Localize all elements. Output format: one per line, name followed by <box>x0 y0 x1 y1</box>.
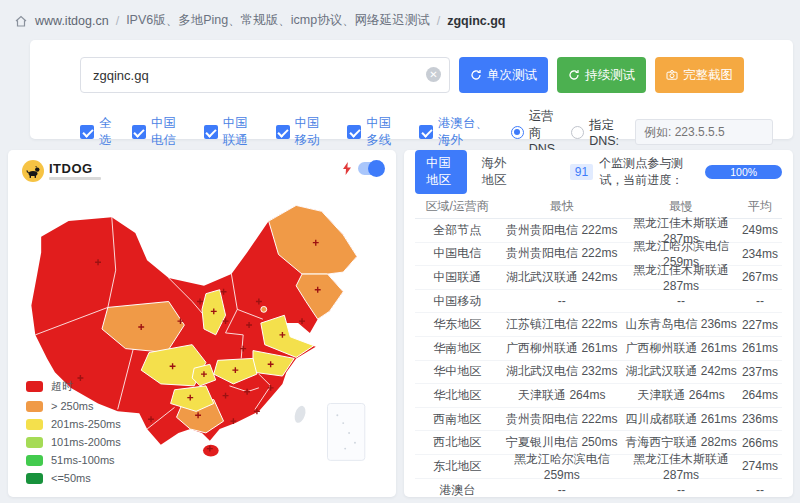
continuous-test-button[interactable]: 持续测试 <box>557 57 646 93</box>
map-style-toggle[interactable] <box>358 162 384 175</box>
search-row: ✕ 单次测试 持续测试 完整截图 <box>80 57 744 93</box>
checkbox-icon <box>132 125 146 139</box>
table-row: 华中地区湖北武汉电信 232ms湖北武汉联通 242ms237ms <box>415 361 782 385</box>
breadcrumb-separator: / <box>437 14 440 28</box>
legend-label: <=50ms <box>51 472 91 484</box>
checkbox-hk-mo-tw-overseas[interactable]: 港澳台、海外 <box>419 115 494 149</box>
checkbox-icon <box>276 125 290 139</box>
results-panel: 中国地区 海外地区 91 个监测点参与测试，当前进度： 100% 区域/运营商 … <box>404 150 793 497</box>
radio-label: 指定DNS: <box>589 117 619 148</box>
full-screenshot-label: 完整截图 <box>683 67 733 84</box>
cell-slowest: -- <box>624 483 738 497</box>
progress-bar: 100% <box>705 165 782 179</box>
radio-carrier-dns[interactable]: 运营商DNS <box>511 108 555 156</box>
tab-overseas-region[interactable]: 海外地区 <box>481 155 511 189</box>
legend-swatch <box>26 455 43 466</box>
legend-swatch <box>26 381 43 392</box>
breadcrumb-links[interactable]: IPV6版、多地Ping、常规版、icmp协议、网络延迟测试 <box>126 12 430 29</box>
cell-fastest: 贵州贵阳电信 222ms <box>499 411 624 428</box>
radio-icon <box>571 126 584 139</box>
checkbox-china-mobile[interactable]: 中国移动 <box>276 115 331 149</box>
cell-average: 234ms <box>738 247 782 261</box>
full-screenshot-button[interactable]: 完整截图 <box>655 57 744 93</box>
cell-average: 237ms <box>738 365 782 379</box>
map-region-tianjin <box>261 306 267 312</box>
checkbox-china-telecom[interactable]: 中国电信 <box>132 115 187 149</box>
cell-region: 华东地区 <box>415 316 499 333</box>
cell-slowest: 青海西宁联通 282ms <box>624 434 738 451</box>
custom-dns-input[interactable] <box>635 119 773 145</box>
cell-fastest: 江苏镇江电信 222ms <box>499 316 624 333</box>
radio-custom-dns[interactable]: 指定DNS: <box>571 117 619 148</box>
cell-slowest: 黑龙江佳木斯联通 287ms <box>624 262 738 293</box>
search-panel: ✕ 单次测试 持续测试 完整截图 全选 中国电信 中国联通 中国移动 中国多线 … <box>30 40 793 139</box>
cell-average: -- <box>738 483 782 497</box>
refresh-icon <box>568 69 580 81</box>
map-tools <box>342 162 384 175</box>
table-row: 中国移动------ <box>415 290 782 314</box>
cell-average: 236ms <box>738 412 782 426</box>
cell-average: 274ms <box>738 459 782 473</box>
checkbox-label: 中国联通 <box>223 115 259 149</box>
checkbox-china-multiline[interactable]: 中国多线 <box>347 115 402 149</box>
breadcrumb-current: zgqinc.gq <box>447 14 505 28</box>
checkbox-label: 中国电信 <box>151 115 187 149</box>
cell-fastest: -- <box>499 294 624 308</box>
legend-label: 201ms-250ms <box>51 418 121 430</box>
single-test-button[interactable]: 单次测试 <box>459 57 548 93</box>
checkbox-select-all[interactable]: 全选 <box>80 115 115 149</box>
cell-fastest: 黑龙江哈尔滨电信 259ms <box>499 451 624 482</box>
south-china-sea-inset <box>328 404 365 461</box>
legend-item-gt250: > 250ms <box>26 400 121 412</box>
legend-item-201-250: 201ms-250ms <box>26 418 121 430</box>
legend-item-le50: <=50ms <box>26 472 121 484</box>
lightning-icon <box>342 162 352 175</box>
cell-region: 西北地区 <box>415 434 499 451</box>
legend-item-101-200: 101ms-200ms <box>26 436 121 448</box>
radio-label: 运营商DNS <box>529 108 555 156</box>
dns-options: 运营商DNS 指定DNS: <box>511 108 773 156</box>
legend-swatch <box>26 437 43 448</box>
cell-region: 东北地区 <box>415 458 499 475</box>
single-test-label: 单次测试 <box>487 67 537 84</box>
tab-china-region[interactable]: 中国地区 <box>415 150 467 194</box>
cell-slowest: 四川成都联通 261ms <box>624 411 738 428</box>
cell-fastest: 广西柳州联通 261ms <box>499 340 624 357</box>
checkbox-icon <box>347 125 361 139</box>
results-header: 中国地区 海外地区 91 个监测点参与测试，当前进度： 100% <box>415 159 782 185</box>
cell-fastest: 贵州贵阳电信 222ms <box>499 245 624 262</box>
header-region: 区域/运营商 <box>415 198 499 215</box>
checkbox-china-unicom[interactable]: 中国联通 <box>204 115 259 149</box>
clear-input-icon[interactable]: ✕ <box>426 67 441 82</box>
header-fastest: 最快 <box>499 198 624 215</box>
cell-fastest: 宁夏银川电信 250ms <box>499 434 624 451</box>
cell-region: 港澳台 <box>415 482 499 499</box>
progress-label: 个监测点参与测试，当前进度： <box>599 155 701 189</box>
camera-icon <box>666 69 678 81</box>
legend-label: > 250ms <box>51 400 94 412</box>
target-host-input[interactable] <box>80 57 450 93</box>
legend-swatch <box>26 401 43 412</box>
table-row: 港澳台------ <box>415 479 782 503</box>
map-legend: 超时 > 250ms 201ms-250ms 101ms-200ms 51ms-… <box>26 379 121 484</box>
logo-text: ITDOG <box>49 162 101 175</box>
cell-average: 227ms <box>738 318 782 332</box>
cell-fastest: 湖北武汉电信 232ms <box>499 363 624 380</box>
table-row: 西南地区贵州贵阳电信 222ms四川成都联通 261ms236ms <box>415 408 782 432</box>
header-average: 平均 <box>738 198 782 215</box>
search-box: ✕ <box>80 57 450 93</box>
legend-label: 超时 <box>51 379 73 394</box>
cell-slowest: 山东青岛电信 236ms <box>624 316 738 333</box>
map-region-hainan <box>203 445 219 457</box>
checkbox-label: 中国多线 <box>366 115 402 149</box>
breadcrumb-separator: / <box>116 14 119 28</box>
breadcrumb-site[interactable]: www.itdog.cn <box>35 14 109 28</box>
cell-region: 中国移动 <box>415 293 499 310</box>
cell-region: 华北地区 <box>415 387 499 404</box>
cell-average: -- <box>738 294 782 308</box>
cell-slowest: 天津联通 264ms <box>624 387 738 404</box>
cell-average: 261ms <box>738 341 782 355</box>
breadcrumb: www.itdog.cn / IPV6版、多地Ping、常规版、icmp协议、网… <box>14 12 505 29</box>
radio-icon <box>511 126 524 139</box>
continuous-test-label: 持续测试 <box>585 67 635 84</box>
